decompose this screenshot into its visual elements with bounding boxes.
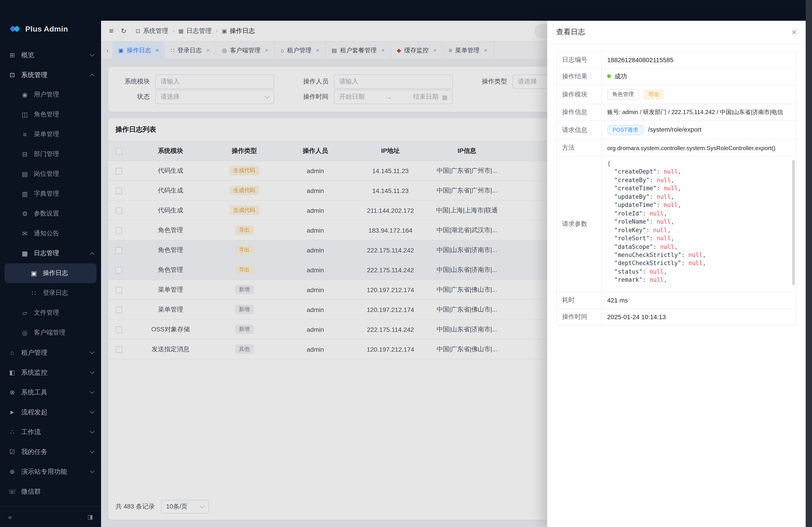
- app-window: Plus Admin ⊞概览⊡系统管理◉用户管理◫角色管理≡菜单管理⊟部门管理▤…: [0, 0, 812, 527]
- module-label: 操作模块: [556, 85, 601, 104]
- code-scrollbar[interactable]: [792, 160, 795, 285]
- request-url: /system/role/export: [648, 126, 701, 133]
- time-value: 2025-01-24 10:14:13: [601, 308, 796, 325]
- row-time: 操作时间 2025-01-24 10:14:13: [556, 308, 796, 325]
- json-code-block[interactable]: { "createDept": null, "createBy": null, …: [602, 156, 796, 292]
- request-value: POST请求/system/role/export: [601, 121, 796, 139]
- row-duration: 耗时 421 ms: [556, 292, 796, 308]
- method-value: org.dromara.system.controller.system.Sys…: [601, 139, 796, 156]
- row-request: 请求信息 POST请求/system/role/export: [556, 121, 796, 139]
- drawer-title: 查看日志: [556, 28, 585, 37]
- row-module: 操作模块 角色管理导出: [556, 85, 796, 104]
- close-icon[interactable]: ×: [792, 28, 797, 36]
- page-scrollbar[interactable]: [806, 0, 812, 527]
- duration-label: 耗时: [556, 292, 601, 308]
- info-label: 操作信息: [556, 104, 601, 121]
- duration-value: 421 ms: [601, 292, 796, 308]
- drawer-header: 查看日志 ×: [547, 21, 806, 44]
- time-label: 操作时间: [556, 308, 601, 325]
- params-value: { "createDept": null, "createBy": null, …: [601, 156, 796, 292]
- result-label: 操作结果: [556, 68, 601, 85]
- result-value: 成功: [601, 68, 796, 85]
- row-method: 方法 org.dromara.system.controller.system.…: [556, 139, 796, 156]
- log-id-value: 1882612840802115585: [601, 51, 796, 68]
- success-dot-icon: [607, 74, 611, 78]
- row-log-id: 日志编号 1882612840802115585: [556, 51, 796, 68]
- view-log-drawer: 查看日志 × 日志编号 1882612840802115585 操作结果 成功 …: [547, 21, 806, 527]
- log-id-label: 日志编号: [556, 51, 601, 68]
- module-tag: 角色管理: [607, 89, 639, 100]
- row-params: 请求参数 { "createDept": null, "createBy": n…: [556, 156, 796, 292]
- post-method-tag: POST请求: [607, 125, 643, 135]
- info-value: 账号: admin / 研发部门 / 222.175.114.242 / 中国|…: [601, 104, 796, 121]
- method-label: 方法: [556, 139, 601, 156]
- row-result: 操作结果 成功: [556, 68, 796, 85]
- log-detail-table: 日志编号 1882612840802115585 操作结果 成功 操作模块 角色…: [556, 51, 797, 326]
- action-tag: 导出: [643, 89, 664, 100]
- module-value: 角色管理导出: [601, 85, 796, 104]
- drawer-body: 日志编号 1882612840802115585 操作结果 成功 操作模块 角色…: [547, 44, 806, 333]
- params-label: 请求参数: [556, 156, 601, 292]
- row-info: 操作信息 账号: admin / 研发部门 / 222.175.114.242 …: [556, 104, 796, 121]
- request-label: 请求信息: [556, 121, 601, 139]
